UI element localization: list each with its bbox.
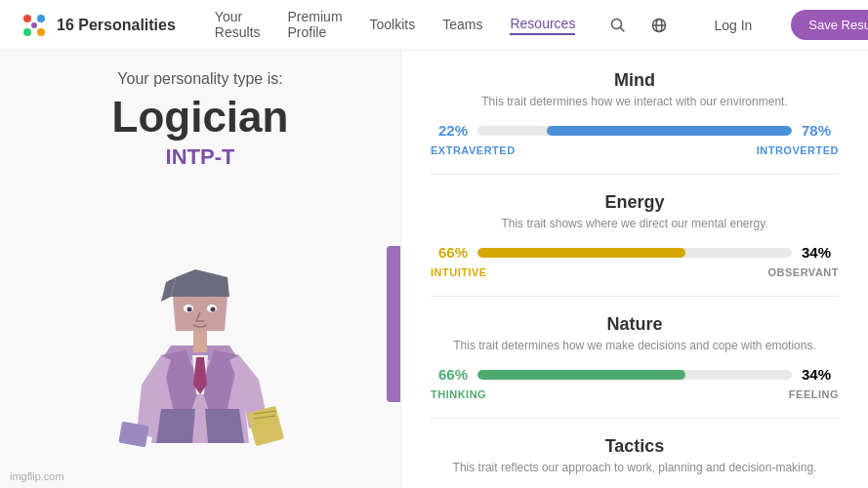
trait-energy-bar-track xyxy=(477,248,792,258)
trait-energy-bar-fill xyxy=(477,248,685,258)
trait-energy-right-label: OBSERVANT xyxy=(767,266,839,278)
globe-icon xyxy=(651,18,667,33)
trait-mind-bar-fill xyxy=(547,126,792,136)
main-nav: Your Results Premium Profile Toolkits Te… xyxy=(215,9,576,42)
trait-mind-labels: EXTRAVERTED INTROVERTED xyxy=(431,144,839,156)
nav-resources[interactable]: Resources xyxy=(510,16,575,35)
logo[interactable]: 16 Personalities xyxy=(20,11,176,40)
right-panel: Mind This trait determines how we intera… xyxy=(400,51,868,488)
save-results-button[interactable]: Save Results xyxy=(791,10,868,40)
personality-name: Logician xyxy=(112,94,289,141)
character-illustration xyxy=(73,180,327,453)
trait-energy-labels: INTUITIVE OBSERVANT xyxy=(431,266,839,278)
trait-energy-bar-row: 66% 34% xyxy=(431,244,839,261)
trait-energy-desc: This trait shows where we direct our men… xyxy=(431,217,839,230)
svg-point-0 xyxy=(23,15,31,22)
trait-tactics-desc: This trait reflects our approach to work… xyxy=(431,461,839,474)
trait-energy-right-pct: 34% xyxy=(802,244,839,261)
login-button[interactable]: Log In xyxy=(714,18,752,33)
svg-marker-17 xyxy=(171,269,229,297)
svg-line-6 xyxy=(621,27,625,31)
trait-tactics-title: Tactics xyxy=(431,436,839,457)
trait-nature-title: Nature xyxy=(431,314,839,335)
trait-mind-bar-track xyxy=(477,126,792,136)
trait-nature-left-label: THINKING xyxy=(431,388,486,400)
trait-nature-right-pct: 34% xyxy=(802,366,839,383)
svg-point-1 xyxy=(37,15,45,22)
svg-marker-30 xyxy=(156,409,195,443)
trait-nature-labels: THINKING FEELING xyxy=(431,388,839,400)
trait-mind-title: Mind xyxy=(431,70,839,91)
svg-point-21 xyxy=(187,307,192,312)
trait-nature: Nature This trait determines how we make… xyxy=(431,314,839,419)
svg-rect-15 xyxy=(193,331,207,352)
left-panel: Your personality type is: Logician INTP-… xyxy=(0,51,400,488)
trait-nature-desc: This trait determines how we make decisi… xyxy=(431,339,839,352)
search-button[interactable] xyxy=(604,12,632,39)
trait-mind-right-pct: 78% xyxy=(802,122,839,139)
trait-energy-left-pct: 66% xyxy=(431,244,468,261)
accent-bar xyxy=(387,246,400,402)
svg-marker-31 xyxy=(205,409,244,443)
svg-point-22 xyxy=(211,307,216,312)
nav-your-results[interactable]: Your Results xyxy=(215,9,261,42)
svg-point-2 xyxy=(23,28,31,36)
trait-mind-left-label: EXTRAVERTED xyxy=(431,144,516,156)
trait-nature-bar-track xyxy=(477,370,792,380)
logo-text: 16 Personalities xyxy=(57,17,176,34)
nav-toolkits[interactable]: Toolkits xyxy=(370,17,416,34)
logo-icon xyxy=(20,11,49,40)
personality-intro: Your personality type is: xyxy=(117,70,282,88)
header: 16 Personalities Your Results Premium Pr… xyxy=(0,0,868,51)
search-icon xyxy=(610,18,626,33)
character-svg xyxy=(83,189,317,453)
header-icons xyxy=(604,12,673,39)
watermark: imgflip.com xyxy=(10,470,64,482)
nav-teams[interactable]: Teams xyxy=(442,17,482,34)
trait-energy: Energy This trait shows where we direct … xyxy=(431,192,839,297)
svg-point-3 xyxy=(37,28,45,36)
trait-energy-left-label: INTUITIVE xyxy=(431,266,487,278)
trait-nature-bar-row: 66% 34% xyxy=(431,366,839,383)
trait-nature-right-label: FEELING xyxy=(789,388,839,400)
trait-energy-title: Energy xyxy=(431,192,839,213)
personality-code: INTP-T xyxy=(166,144,235,170)
trait-nature-left-pct: 66% xyxy=(431,366,468,383)
trait-mind-left-pct: 22% xyxy=(431,122,468,139)
globe-button[interactable] xyxy=(645,12,673,39)
trait-nature-bar-fill xyxy=(477,370,685,380)
trait-mind: Mind This trait determines how we intera… xyxy=(431,70,839,175)
trait-mind-desc: This trait determines how we interact wi… xyxy=(431,95,839,108)
nav-premium-profile[interactable]: Premium Profile xyxy=(288,9,343,42)
trait-mind-right-label: INTROVERTED xyxy=(757,144,839,156)
trait-tactics: Tactics This trait reflects our approach… xyxy=(431,436,839,488)
trait-mind-bar-row: 22% 78% xyxy=(431,122,839,139)
main-content: Your personality type is: Logician INTP-… xyxy=(0,51,868,488)
svg-point-4 xyxy=(31,22,37,28)
